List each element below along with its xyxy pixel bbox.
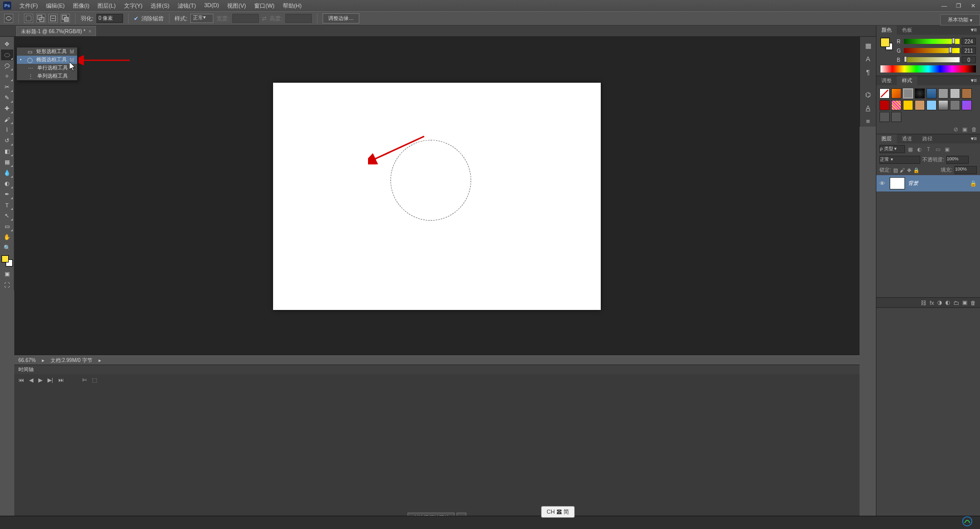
- style-swatch[interactable]: [950, 100, 960, 110]
- panel-menu-icon[interactable]: ▾≡: [968, 26, 980, 35]
- document-tab[interactable]: 未标题-1 @ 66.7%(RGB/8) * ×: [16, 26, 96, 36]
- style-swatch[interactable]: [915, 100, 925, 110]
- ime-indicator[interactable]: CH 🕿 简: [541, 506, 575, 518]
- tl-play-icon[interactable]: ▶: [38, 377, 42, 383]
- tab-swatches[interactable]: 色板: [897, 26, 917, 35]
- new-layer-icon[interactable]: ▣: [962, 299, 967, 306]
- path-select-tool[interactable]: ↖: [1, 210, 13, 221]
- link-layers-icon[interactable]: ⛓: [921, 300, 926, 306]
- style-swatch[interactable]: [879, 100, 890, 110]
- close-window-button[interactable]: ✕: [967, 2, 979, 10]
- layer-row-background[interactable]: 👁 背景 🔒: [876, 175, 980, 191]
- dodge-tool[interactable]: ◐: [1, 178, 13, 189]
- style-swatch[interactable]: [938, 100, 948, 110]
- g-value[interactable]: [962, 47, 976, 54]
- tab-paths[interactable]: 路径: [917, 134, 938, 143]
- maximize-button[interactable]: ❐: [952, 2, 965, 10]
- antialias-checkbox[interactable]: ✔: [134, 15, 138, 22]
- panel-menu-icon[interactable]: ▾≡: [968, 76, 980, 85]
- style-swatch[interactable]: [962, 88, 972, 99]
- style-swatch[interactable]: [891, 100, 901, 110]
- tl-last-icon[interactable]: ⏭: [58, 377, 64, 383]
- flyout-rectangle-marquee[interactable]: ▭ 矩形选框工具 M: [17, 47, 77, 56]
- brush-tool[interactable]: 🖌: [1, 114, 13, 125]
- tab-styles[interactable]: 样式: [897, 76, 917, 85]
- timeline-tab[interactable]: 时间轴: [14, 365, 860, 374]
- paragraph-panel-icon[interactable]: ¶: [863, 66, 874, 78]
- style-swatch[interactable]: [915, 88, 925, 99]
- magic-wand-tool[interactable]: ✧: [1, 71, 13, 82]
- layer-thumbnail[interactable]: [890, 177, 905, 189]
- tab-color[interactable]: 颜色: [876, 26, 897, 35]
- close-tab-icon[interactable]: ×: [88, 29, 91, 34]
- selection-subtract-icon[interactable]: [48, 14, 58, 23]
- layer-filter-select[interactable]: ρ 类型 ▾: [879, 145, 905, 153]
- doc-info-flyout-icon[interactable]: ▸: [99, 357, 101, 363]
- opacity-input[interactable]: 100%: [946, 156, 969, 164]
- filter-type-icon[interactable]: T: [925, 146, 932, 153]
- menu-help[interactable]: 帮助(H): [279, 1, 306, 11]
- menu-type[interactable]: 文字(Y): [120, 1, 147, 11]
- filter-smart-icon[interactable]: ▣: [943, 146, 950, 153]
- type-tool[interactable]: T: [1, 200, 13, 210]
- layer-mask-icon[interactable]: ◑: [937, 299, 942, 306]
- screenmode-tool[interactable]: ⛶: [1, 279, 13, 290]
- character-panel-icon[interactable]: A: [863, 53, 874, 64]
- lock-all-icon[interactable]: 🔒: [913, 167, 919, 173]
- style-swatch[interactable]: [950, 88, 960, 99]
- crop-tool[interactable]: ✂: [1, 82, 13, 92]
- zoom-tool[interactable]: 🔍: [1, 243, 13, 253]
- layer-name[interactable]: 背景: [908, 180, 967, 187]
- style-swatch[interactable]: [879, 88, 890, 99]
- g-slider[interactable]: [904, 48, 960, 53]
- menu-filter[interactable]: 滤镜(T): [174, 1, 200, 11]
- styles-clear-icon[interactable]: ⊘: [953, 126, 958, 133]
- eraser-tool[interactable]: ◧: [1, 146, 13, 157]
- tl-cut-icon[interactable]: ✄: [82, 377, 87, 383]
- paragraphstyle-panel-icon[interactable]: ≡: [863, 115, 874, 127]
- tool-preset-icon[interactable]: [4, 14, 13, 23]
- selection-new-icon[interactable]: [24, 14, 33, 23]
- lasso-tool[interactable]: [1, 60, 13, 71]
- hand-tool[interactable]: ✋: [1, 232, 13, 243]
- r-slider[interactable]: [904, 39, 960, 44]
- workspace-switcher[interactable]: 基本功能 ▾: [940, 14, 980, 26]
- menu-image[interactable]: 图像(I): [69, 1, 93, 11]
- characterstyle-panel-icon[interactable]: A: [863, 102, 874, 113]
- history-brush-tool[interactable]: ↺: [1, 135, 13, 146]
- color-swatches[interactable]: [2, 255, 13, 267]
- shape-tool[interactable]: ▭: [1, 221, 13, 232]
- healing-tool[interactable]: ✚: [1, 103, 13, 114]
- blur-tool[interactable]: 💧: [1, 167, 13, 178]
- minimize-button[interactable]: —: [938, 2, 950, 10]
- brushes-panel-icon[interactable]: ⌬: [863, 89, 874, 100]
- styles-delete-icon[interactable]: 🗑: [971, 126, 977, 133]
- feather-input[interactable]: [96, 14, 123, 23]
- zoom-flyout-icon[interactable]: ▸: [42, 357, 44, 363]
- tl-first-icon[interactable]: ⏮: [18, 377, 24, 383]
- menu-file[interactable]: 文件(F): [15, 1, 42, 11]
- filter-adjust-icon[interactable]: ◐: [916, 146, 923, 153]
- menu-select[interactable]: 选择(S): [146, 1, 174, 11]
- menu-window[interactable]: 窗口(W): [250, 1, 279, 11]
- b-slider[interactable]: [904, 57, 960, 62]
- fgbg-swatch[interactable]: [880, 38, 893, 50]
- menu-edit[interactable]: 编辑(E): [42, 1, 69, 11]
- flyout-col-marquee[interactable]: ⋮ 单列选框工具: [17, 72, 77, 80]
- canvas-viewport[interactable]: [14, 37, 860, 363]
- layer-fx-icon[interactable]: fx: [929, 300, 934, 306]
- style-swatch[interactable]: [879, 112, 890, 122]
- marquee-tool[interactable]: [1, 50, 13, 60]
- blend-mode-select[interactable]: 正常 ▾: [879, 156, 920, 164]
- selection-intersect-icon[interactable]: [61, 14, 70, 23]
- lock-position-icon[interactable]: ✥: [907, 167, 911, 173]
- style-select[interactable]: 正常 ▾: [190, 14, 213, 23]
- new-fill-icon[interactable]: ◐: [945, 299, 950, 306]
- menu-view[interactable]: 视图(V): [223, 1, 250, 11]
- history-panel-icon[interactable]: ▦: [863, 40, 874, 51]
- stamp-tool[interactable]: ⌇: [1, 125, 13, 135]
- tl-prev-icon[interactable]: ◀: [29, 377, 33, 383]
- gradient-tool[interactable]: ▦: [1, 157, 13, 167]
- tab-layers[interactable]: 图层: [876, 134, 897, 143]
- style-swatch[interactable]: [938, 88, 948, 99]
